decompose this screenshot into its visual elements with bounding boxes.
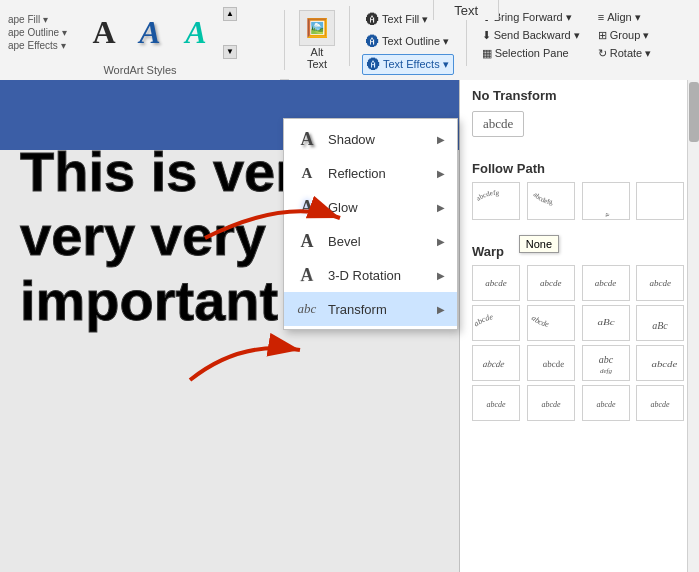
no-transform-title: No Transform <box>472 88 687 103</box>
follow-path-grid: abcdefg abcdefg <box>472 182 687 220</box>
alt-text-button[interactable]: 🖼️ Alt Text <box>293 6 341 74</box>
text-effects-dropdown-arrow: ▾ <box>443 58 449 71</box>
wordart-sample-1[interactable]: A <box>82 7 126 59</box>
none-tooltip: None <box>519 235 559 253</box>
send-backward-label: Send Backward ▾ <box>494 29 580 42</box>
reflection-label: Reflection <box>328 166 427 181</box>
fp-item-2[interactable]: abcdefg <box>527 182 575 220</box>
selection-pane-icon: ▦ <box>482 47 492 60</box>
warp-item-11[interactable]: abc defg <box>582 345 630 381</box>
text-outline-button[interactable]: 🅐 Text Outline ▾ <box>362 32 454 51</box>
no-transform-section: No Transform abcde <box>460 80 699 153</box>
group-icon: ⊞ <box>598 29 607 42</box>
warp-item-16[interactable]: abcde <box>636 385 684 421</box>
dropdown-reflection[interactable]: A Reflection ▶ <box>284 156 457 190</box>
scrollbar-thumb[interactable] <box>689 82 699 142</box>
warp-section: Warp abcde abcde abcde abcde abcde <box>460 236 699 429</box>
ribbon-divider-2 <box>349 6 350 66</box>
3d-rotation-arrow: ▶ <box>437 270 445 281</box>
group-button[interactable]: ⊞ Group ▾ <box>595 28 654 43</box>
bring-forward-label: Bring Forward ▾ <box>494 11 572 24</box>
right-panel: No Transform abcde Follow Path abcdefg <box>459 80 699 572</box>
warp-title: Warp <box>472 244 687 259</box>
warp-text-4: abcde <box>650 278 672 288</box>
selection-pane-label: Selection Pane <box>495 47 569 59</box>
fp-item-4[interactable]: abcdefgh <box>636 182 684 220</box>
svg-text:abcdefgh: abcdefgh <box>589 213 612 217</box>
dropdown-3d-rotation[interactable]: A 3-D Rotation ▶ <box>284 258 457 292</box>
rotate-label: Rotate ▾ <box>610 47 651 60</box>
selection-pane-button[interactable]: ▦ Selection Pane <box>479 46 583 61</box>
ribbon-divider-1 <box>284 10 285 70</box>
text-outline-label: Text Outline ▾ <box>382 35 449 48</box>
svg-text:abcde: abcde <box>596 400 616 409</box>
text-tab[interactable]: Text <box>433 0 499 20</box>
warp-item-7[interactable]: aBc <box>582 305 630 341</box>
text-outline-icon: 🅐 <box>366 34 379 49</box>
svg-text:abcdefg: abcdefg <box>531 191 552 206</box>
wordart-styles-section: ape Fill ▾ ape Outline ▾ ape Effects ▾ A… <box>0 0 280 80</box>
text-fill-label: Text Fill ▾ <box>382 13 428 26</box>
rotate-button[interactable]: ↻ Rotate ▾ <box>595 46 654 61</box>
warp-item-10[interactable]: abcde <box>527 345 575 381</box>
transform-arrow: ▶ <box>437 304 445 315</box>
warp-item-3[interactable]: abcde <box>582 265 630 301</box>
alt-text-icon: 🖼️ <box>299 10 335 46</box>
warp-item-6[interactable]: abcde <box>527 305 575 341</box>
shadow-arrow: ▶ <box>437 134 445 145</box>
warp-item-4[interactable]: abcde <box>636 265 684 301</box>
dropdown-shadow[interactable]: A Shadow ▶ <box>284 122 457 156</box>
align-icon: ≡ <box>598 11 604 23</box>
warp-text-3: abcde <box>595 278 617 288</box>
svg-text:aBc: aBc <box>652 320 668 331</box>
alt-text-sublabel: Text <box>307 58 327 70</box>
scroll-more-btn[interactable]: ▼ <box>223 45 237 59</box>
text-effects-button[interactable]: 🅐 Text Effects ▾ <box>362 54 454 75</box>
shadow-label: Shadow <box>328 132 427 147</box>
rotate-icon: ↻ <box>598 47 607 60</box>
warp-item-13[interactable]: abcde <box>472 385 520 421</box>
shape-effects-label: ape Effects ▾ <box>8 40 74 51</box>
warp-item-1[interactable]: abcde <box>472 265 520 301</box>
align-button[interactable]: ≡ Align ▾ <box>595 10 654 25</box>
follow-path-title: Follow Path <box>472 161 687 176</box>
red-arrow-2 <box>180 310 320 390</box>
fp-item-3[interactable]: abcdefgh <box>582 182 630 220</box>
svg-text:abcde: abcde <box>541 400 561 409</box>
wordart-styles-label: WordArt Styles <box>8 62 272 76</box>
warp-item-8[interactable]: aBc <box>636 305 684 341</box>
wordart-sample-3[interactable]: A <box>174 7 218 59</box>
warp-text-1: abcde <box>485 278 507 288</box>
wordart-scroll[interactable]: ▲ ▼ <box>222 7 238 59</box>
canvas-area: This is very very very important tex A S… <box>0 80 699 572</box>
svg-text:abc: abc <box>598 354 613 365</box>
warp-item-5[interactable]: abcde <box>472 305 520 341</box>
3d-rotation-icon: A <box>295 263 317 286</box>
warp-item-12[interactable]: abcde <box>636 345 684 381</box>
no-transform-text: abcde <box>483 116 513 131</box>
svg-text:abcde: abcde <box>652 359 678 369</box>
wordart-sample-2[interactable]: A <box>128 7 172 59</box>
fp-item-1[interactable]: abcdefg <box>472 182 520 220</box>
glow-arrow: ▶ <box>437 202 445 213</box>
warp-item-2[interactable]: abcde <box>527 265 575 301</box>
warp-item-15[interactable]: abcde <box>582 385 630 421</box>
ribbon: ape Fill ▾ ape Outline ▾ ape Effects ▾ A… <box>0 0 699 80</box>
warp-grid: abcde abcde abcde abcde abcde <box>472 265 687 421</box>
svg-text:abcde: abcde <box>651 400 671 409</box>
wordart-row: ape Fill ▾ ape Outline ▾ ape Effects ▾ A… <box>8 4 272 62</box>
svg-text:aBc: aBc <box>597 317 615 327</box>
svg-text:abcde: abcde <box>482 359 505 369</box>
warp-item-9[interactable]: abcde <box>472 345 520 381</box>
warp-item-14[interactable]: abcde <box>527 385 575 421</box>
svg-text:abcde: abcde <box>530 313 550 328</box>
scroll-up-btn[interactable]: ▲ <box>223 7 237 21</box>
svg-text:abcdefg: abcdefg <box>475 189 500 203</box>
follow-path-section: Follow Path abcdefg abcdefg <box>460 153 699 236</box>
shape-outline-label: ape Outline ▾ <box>8 27 74 38</box>
svg-text:defg: defg <box>599 367 612 375</box>
panel-scrollbar[interactable] <box>687 80 699 572</box>
no-transform-sample[interactable]: abcde <box>472 111 524 137</box>
bevel-arrow: ▶ <box>437 236 445 247</box>
send-backward-button[interactable]: ⬇ Send Backward ▾ <box>479 28 583 43</box>
